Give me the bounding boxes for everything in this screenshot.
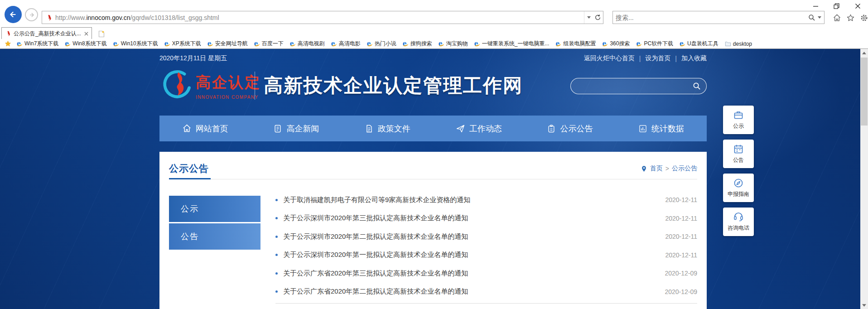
close-icon — [855, 3, 861, 9]
site-search-magnifier-icon[interactable] — [693, 82, 701, 90]
nav-item-updates[interactable]: 工作动态 — [433, 116, 524, 141]
tab-close-icon[interactable] — [84, 32, 88, 36]
ie-favicon: e — [254, 41, 260, 47]
side-menu-item-gongshi[interactable]: 公示 — [169, 196, 260, 222]
scrollbar-thumb[interactable] — [861, 58, 868, 126]
favorite-label: 360搜索 — [610, 40, 630, 48]
ie-favicon: e — [602, 41, 608, 47]
nav-item-policy[interactable]: 政策文件 — [342, 116, 433, 141]
favorite-item[interactable]: e高清电影 — [331, 40, 361, 48]
announcement-title[interactable]: 关于公示广东省2020年第三批拟认定高新技术企业名单的通知 — [283, 269, 665, 278]
favorite-item[interactable]: e高清电视剧 — [290, 40, 325, 48]
breadcrumb: 首页 > 公示公告 — [641, 164, 697, 173]
ie-favicon: e — [65, 41, 71, 47]
favorites-button[interactable] — [845, 13, 855, 23]
float-menu-guide[interactable]: 申报指南 — [723, 174, 754, 202]
url-dropdown-icon[interactable] — [587, 16, 591, 19]
favorite-label: 热门小说 — [375, 40, 396, 48]
favorite-item[interactable]: e一键重装系统_一键电脑重... — [474, 40, 550, 48]
search-dropdown-icon[interactable] — [818, 16, 821, 19]
link-set-homepage[interactable]: 设为首页 — [645, 54, 670, 63]
nav-label: 统计数据 — [651, 123, 684, 134]
favorite-item[interactable]: e组装电脑配置 — [555, 40, 596, 48]
breadcrumb-current[interactable]: 公示公告 — [672, 164, 697, 173]
favorite-item[interactable]: e搜狗搜索 — [403, 40, 432, 48]
favorite-item[interactable]: eXP系统下载 — [164, 40, 201, 48]
nav-item-home[interactable]: 网站首页 — [159, 116, 251, 141]
chrome-search-box[interactable] — [612, 11, 825, 24]
nav-item-news[interactable]: 高企新闻 — [251, 116, 342, 141]
nav-item-statistics[interactable]: 统计数据 — [616, 116, 707, 141]
refresh-icon[interactable] — [594, 14, 601, 21]
site-search-box[interactable] — [570, 78, 707, 94]
vertical-scrollbar[interactable] — [860, 49, 868, 309]
favorite-item[interactable]: e百度一下 — [254, 40, 284, 48]
favorite-item[interactable]: e360搜索 — [602, 40, 630, 48]
announcement-row[interactable]: 关于取消福建凯邦电子有限公司等9家高新技术企业资格的通知 2020-12-11 — [275, 191, 697, 209]
announcement-title[interactable]: 关于取消福建凯邦电子有限公司等9家高新技术企业资格的通知 — [283, 196, 665, 204]
announcement-title[interactable]: 关于公示深圳市2020年第三批拟认定高新技术企业名单的通知 — [283, 214, 665, 222]
site-search-input[interactable] — [571, 82, 693, 90]
announcement-row[interactable]: 关于公示深圳市2020年第一批拟认定高新技术企业名单的通知 2020-12-11 — [275, 246, 697, 265]
side-menu-item-gonggao[interactable]: 公告 — [169, 223, 260, 250]
favorite-label: 高清电影 — [339, 40, 361, 48]
briefcase-icon — [733, 110, 744, 121]
announcement-row[interactable]: 关于公示深圳市2020年第三批拟认定高新技术企业名单的通知 2020-12-11 — [275, 209, 697, 228]
link-torch-center-home[interactable]: 返回火炬中心首页 — [584, 54, 635, 63]
scroll-up-button[interactable] — [860, 49, 868, 57]
scroll-down-icon — [862, 304, 866, 307]
close-button[interactable] — [847, 0, 868, 12]
chrome-search-input[interactable] — [616, 14, 808, 21]
bullet-dot-icon — [275, 290, 278, 293]
forward-button[interactable] — [25, 8, 38, 21]
favorite-item[interactable]: e热门小说 — [367, 40, 396, 48]
nav-item-announcements[interactable]: 公示公告 — [524, 116, 615, 141]
breadcrumb-home[interactable]: 首页 — [650, 164, 663, 173]
section-title: 公示公告 — [169, 162, 209, 175]
announcement-row[interactable]: 关于公示广东省2020年第二批拟认定高新技术企业名单的通知 2020-12-09 — [275, 283, 697, 301]
page-date: 2020年12月11日 星期五 — [159, 54, 227, 63]
link-add-favorite[interactable]: 加入收藏 — [681, 54, 707, 63]
star-icon — [846, 14, 855, 22]
ie-favicon: e — [17, 41, 23, 47]
favorite-item[interactable]: eU盘装机工具 — [680, 40, 719, 48]
favorite-item[interactable]: desktop — [725, 41, 752, 47]
announcement-title[interactable]: 关于公示深圳市2020年第二批拟认定高新技术企业名单的通知 — [283, 232, 665, 241]
favorite-item[interactable]: eWin8系统下载 — [65, 40, 106, 48]
float-menu-gongshi[interactable]: 公示 — [723, 106, 754, 134]
announcement-row[interactable]: 关于公示深圳市2020年第二批拟认定高新技术企业名单的通知 2020-12-11 — [275, 227, 697, 246]
tab-favicon-flame — [5, 30, 11, 37]
favorite-item[interactable]: ePC软件下载 — [636, 40, 673, 48]
announcement-row[interactable]: 关于公示广东省2020年第三批拟认定高新技术企业名单的通知 2020-12-09 — [275, 264, 697, 283]
minimize-button[interactable] — [805, 0, 825, 12]
bullet-dot-icon — [275, 199, 278, 201]
active-tab[interactable]: 公示公告_高新技术企业认... — [1, 27, 92, 39]
favorite-label: PC软件下载 — [644, 40, 673, 48]
favorites-star-icon[interactable] — [5, 40, 11, 47]
float-menu-phone[interactable]: 咨询电话 — [723, 208, 754, 236]
logo-name: 高企认定 — [196, 72, 261, 93]
scroll-down-button[interactable] — [860, 301, 868, 309]
ie-favicon: e — [636, 41, 642, 47]
favorite-item[interactable]: e安全网址导航 — [207, 40, 248, 48]
search-magnifier-icon[interactable] — [808, 14, 815, 21]
favorite-item[interactable]: eWin10系统下载 — [113, 40, 158, 48]
ie-favicon: e — [164, 41, 170, 47]
home-button[interactable] — [832, 13, 842, 23]
favorite-item[interactable]: eWin7系统下载 — [17, 40, 58, 48]
announcement-date: 2020-12-11 — [665, 215, 697, 222]
settings-button[interactable] — [859, 13, 868, 23]
announcement-title[interactable]: 关于公示广东省2020年第二批拟认定高新技术企业名单的通知 — [283, 287, 665, 296]
announcement-title[interactable]: 关于公示深圳市2020年第一批拟认定高新技术企业名单的通知 — [283, 251, 665, 259]
restore-button[interactable] — [826, 0, 846, 12]
back-button[interactable] — [5, 6, 22, 23]
bar-chart-icon — [638, 124, 647, 133]
breadcrumb-separator: > — [665, 165, 669, 172]
float-menu-gonggao[interactable]: 公告 — [723, 140, 754, 168]
bullet-dot-icon — [275, 254, 278, 256]
new-tab-button[interactable] — [96, 29, 107, 38]
favorite-item[interactable]: e淘宝购物 — [439, 40, 468, 48]
clipboard-icon — [547, 124, 556, 133]
url-bar[interactable]: http://www.innocom.gov.cn/gqrdw/c101318/… — [42, 11, 603, 24]
section-title-underline — [169, 178, 211, 179]
